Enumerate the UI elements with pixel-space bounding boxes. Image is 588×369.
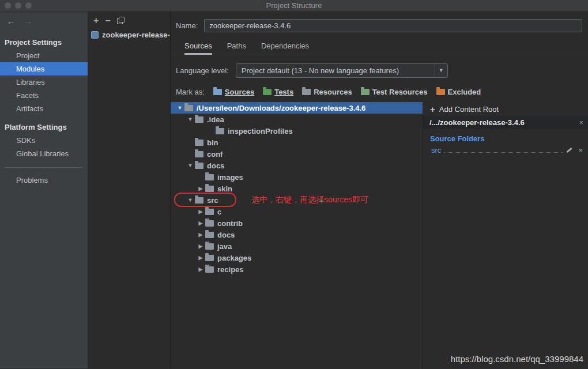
chevron-expanded-icon[interactable]: ▼ (186, 197, 195, 203)
mark-as-label: Mark as: (176, 88, 205, 96)
mark-as-sources[interactable]: Sources (213, 88, 254, 96)
plus-icon: + (430, 106, 435, 113)
mark-as-option-label: Test Resources (372, 88, 428, 96)
folder-icon (436, 89, 445, 95)
tab-paths[interactable]: Paths (227, 42, 246, 55)
settings-sidebar: ← → Project SettingsProjectModulesLibrar… (0, 12, 88, 368)
source-folders-list: src× (423, 145, 588, 155)
folder-icon (213, 89, 222, 95)
sidebar-item-problems[interactable]: Problems (0, 174, 88, 187)
chevron-collapsed-icon[interactable]: ▶ (196, 186, 205, 191)
chevron-collapsed-icon[interactable]: ▶ (196, 220, 205, 226)
source-folders-heading: Source Folders (423, 129, 588, 145)
dialog-content: ← → Project SettingsProjectModulesLibrar… (0, 12, 588, 368)
zoom-window-button[interactable] (25, 2, 32, 9)
sidebar-item-global-libraries[interactable]: Global Libraries (0, 147, 88, 160)
content-root-header[interactable]: /.../zookeeper-release-3.4.6 × (423, 116, 588, 129)
folder-icon (205, 266, 214, 273)
sidebar-section-header: Project Settings (0, 34, 88, 49)
tree-row-inspectionprofiles[interactable]: inspectionProfiles (171, 125, 423, 137)
chevron-collapsed-icon[interactable]: ▶ (196, 255, 205, 261)
folder-icon (216, 128, 224, 134)
edit-pencil-icon[interactable] (567, 147, 572, 152)
window-controls (5, 2, 32, 9)
mark-as-resources[interactable]: Resources (302, 88, 352, 96)
tree-node-label: skin (217, 184, 232, 193)
content-root-pane: + Add Content Root /.../zookeeper-releas… (423, 102, 588, 368)
chevron-collapsed-icon[interactable]: ▶ (196, 209, 205, 214)
sidebar-item-libraries[interactable]: Libraries (0, 76, 88, 89)
sidebar-item-artifacts[interactable]: Artifacts (0, 102, 88, 115)
tab-dependencies[interactable]: Dependencies (261, 42, 309, 55)
window-title: Project Structure (266, 1, 322, 10)
folder-icon (302, 89, 311, 95)
annotation-text: 选中，右键，再选择sources即可 (251, 195, 368, 205)
tab-sources[interactable]: Sources (184, 42, 212, 55)
mark-as-excluded[interactable]: Excluded (436, 88, 481, 96)
tree-node-label: java (217, 242, 232, 251)
tree-row-skin[interactable]: ▶skin (171, 183, 423, 194)
sidebar-item-facets[interactable]: Facets (0, 89, 88, 102)
mark-as-test-resources[interactable]: Test Resources (361, 88, 428, 96)
back-arrow-icon[interactable]: ← (7, 17, 15, 26)
module-name-input[interactable] (204, 19, 582, 32)
sidebar-item-modules[interactable]: Modules (0, 62, 88, 76)
module-settings-panel: Name: SourcesPathsDependencies Language … (171, 12, 588, 368)
navigation-arrows: ← → (0, 12, 88, 31)
mark-as-option-label: Tests (274, 88, 293, 96)
module-list-item[interactable]: zookeeper-release-3.4.6 (88, 29, 170, 41)
folder-icon (205, 174, 214, 180)
chevron-expanded-icon[interactable]: ▼ (186, 163, 195, 168)
tree-node-label: recipes (217, 265, 244, 274)
module-toolbar: + − (88, 12, 170, 29)
tree-node-label: docs (207, 161, 224, 170)
remove-source-folder-icon[interactable]: × (578, 146, 583, 155)
tree-row--users-leon-downloads-zookeeper-release-3-4-6[interactable]: ▼/Users/leon/Downloads/zookeeper-release… (171, 102, 423, 114)
tree-row-c[interactable]: ▶c (171, 206, 423, 217)
module-icon (91, 31, 99, 39)
title-bar: Project Structure (0, 0, 588, 12)
mark-as-tests[interactable]: Tests (263, 88, 293, 96)
mark-as-row: Mark as: SourcesTestsResourcesTest Resou… (171, 80, 588, 102)
sidebar-divider (5, 167, 82, 168)
chevron-collapsed-icon[interactable]: ▶ (196, 266, 205, 272)
source-folder-row[interactable]: src× (423, 145, 588, 155)
tree-row-contrib[interactable]: ▶contrib (171, 217, 423, 229)
add-content-root-button[interactable]: + Add Content Root (423, 102, 588, 116)
folder-icon (205, 209, 214, 215)
tree-row-java[interactable]: ▶java (171, 240, 423, 252)
close-window-button[interactable] (5, 2, 11, 9)
minimize-window-button[interactable] (15, 2, 21, 9)
chevron-collapsed-icon[interactable]: ▶ (196, 232, 205, 238)
forward-arrow-icon[interactable]: → (24, 17, 32, 26)
tree-row--idea[interactable]: ▼.idea (171, 114, 423, 125)
folder-icon (195, 163, 203, 169)
mark-as-option-label: Sources (225, 88, 254, 96)
chevron-collapsed-icon[interactable]: ▶ (196, 243, 205, 249)
language-level-row: Language level: Project default (13 - No… (171, 55, 588, 80)
content-split: ▼/Users/leon/Downloads/zookeeper-release… (171, 102, 588, 368)
sidebar-item-sdks[interactable]: SDKs (0, 134, 88, 147)
chevron-expanded-icon[interactable]: ▼ (175, 105, 184, 111)
copy-module-icon[interactable] (117, 17, 125, 24)
project-tree: ▼/Users/leon/Downloads/zookeeper-release… (171, 102, 423, 275)
tree-row-packages[interactable]: ▶packages (171, 252, 423, 263)
mark-options: SourcesTestsResourcesTest ResourcesExclu… (213, 88, 481, 96)
tree-row-docs[interactable]: ▼docs (171, 160, 423, 171)
remove-content-root-icon[interactable]: × (579, 118, 583, 127)
tree-node-label: /Users/leon/Downloads/zookeeper-release-… (197, 104, 365, 112)
chevron-expanded-icon[interactable]: ▼ (186, 116, 195, 122)
tree-row-images[interactable]: images (171, 171, 423, 183)
folder-icon (205, 220, 214, 227)
tree-row-docs[interactable]: ▶docs (171, 229, 423, 240)
remove-module-icon[interactable]: − (105, 17, 110, 25)
tree-row-conf[interactable]: conf (171, 148, 423, 160)
tree-row-bin[interactable]: bin (171, 137, 423, 148)
tree-row-recipes[interactable]: ▶recipes (171, 263, 423, 275)
chevron-down-icon: ▼ (435, 64, 447, 77)
sidebar-item-project[interactable]: Project (0, 49, 88, 62)
language-level-select[interactable]: Project default (13 - No new language fe… (236, 63, 448, 78)
module-list-panel: + − zookeeper-release-3.4.6 (88, 12, 171, 368)
add-module-icon[interactable]: + (93, 17, 99, 25)
language-level-value: Project default (13 - No new language fe… (236, 66, 435, 75)
